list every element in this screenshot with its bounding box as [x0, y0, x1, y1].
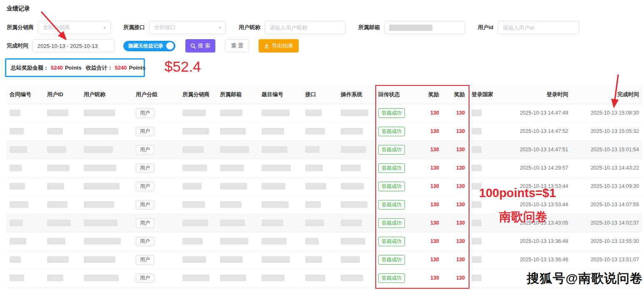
- column-header: 操作系统: [337, 85, 375, 104]
- status-badge: 答题成功: [378, 145, 405, 155]
- cell-login_time: [497, 269, 572, 287]
- status-badge: 答题成功: [378, 127, 405, 136]
- user-group-tag: 用户: [136, 218, 154, 228]
- redacted-block: [472, 183, 482, 190]
- cell-reward2: 130: [442, 140, 468, 159]
- redacted-block: [47, 128, 63, 135]
- cell-country: [468, 214, 497, 232]
- cell-status: 答题成功: [375, 177, 417, 195]
- cell-reward1: 130: [417, 177, 442, 195]
- cell-uid: [44, 214, 80, 232]
- cell-uid: [44, 140, 80, 159]
- redacted-block: [84, 256, 115, 263]
- hide-no-income-toggle[interactable]: 隐藏无收益记录: [123, 41, 175, 51]
- cell-country: [468, 159, 497, 177]
- cell-os: [337, 122, 375, 140]
- redacted-block: [47, 201, 67, 208]
- status-badge: 答题成功: [378, 200, 405, 210]
- redacted-block: [84, 201, 114, 208]
- cell-reward2: 130: [442, 195, 468, 214]
- cell-status: 答题成功: [375, 269, 417, 287]
- cell-group: 用户: [132, 159, 179, 177]
- cell-reward2: 130: [442, 122, 468, 140]
- api-select-value: 全部接口: [154, 24, 176, 31]
- cell-email: [217, 269, 258, 287]
- redacted-block: [182, 256, 206, 263]
- user-group-tag: 用户: [136, 273, 154, 283]
- api-select[interactable]: 全部接口 ▾: [149, 21, 226, 34]
- cell-login_time: 2025-10-13 14:47:51: [497, 140, 572, 159]
- cell-reward2: 130: [442, 269, 468, 287]
- cell-status: 答题成功: [375, 159, 417, 177]
- cell-uid: [44, 177, 80, 195]
- redacted-block: [220, 146, 249, 153]
- cell-nick: [80, 214, 132, 232]
- redacted-block: [262, 183, 285, 190]
- page-title: 业绩记录: [7, 5, 30, 12]
- redacted-block: [84, 165, 116, 171]
- cell-finish_time: 2025-10-13 14:07:55: [572, 195, 642, 214]
- reset-button[interactable]: 重 置: [225, 39, 250, 52]
- date-range-input[interactable]: [32, 39, 114, 52]
- cell-os: [337, 177, 375, 195]
- status-badge: 答题成功: [378, 108, 405, 118]
- cell-login_time: 2025-10-13 14:47:49: [497, 104, 572, 122]
- redacted-block: [305, 183, 326, 190]
- email-input[interactable]: [384, 21, 465, 34]
- redacted-block: [84, 238, 121, 245]
- cell-status: 答题成功: [375, 140, 417, 159]
- redacted-block: [305, 146, 320, 153]
- cell-nick: [80, 232, 132, 250]
- summary-income-value: 5240: [115, 65, 127, 71]
- redacted-block: [341, 238, 365, 245]
- redacted-block: [47, 165, 70, 171]
- user-id-input[interactable]: [498, 21, 579, 34]
- finish-time-label: 完成时间: [7, 42, 28, 50]
- cell-reward1: 130: [417, 122, 442, 140]
- usd-annotation: $52.4: [165, 58, 201, 75]
- column-header: 用户昵称: [80, 85, 132, 104]
- table-row: 用户答题成功1301302025-10-13 13:53:442025-10-1…: [6, 177, 642, 195]
- cell-email: [217, 122, 258, 140]
- cell-group: 用户: [132, 232, 179, 250]
- cell-group: 用户: [132, 250, 179, 269]
- toggle-label: 隐藏无收益记录: [128, 42, 163, 50]
- table-row: 用户答题成功1301302025-10-13 13:36:482025-10-1…: [6, 232, 642, 250]
- cell-reward1: 130: [417, 232, 442, 250]
- user-group-tag: 用户: [136, 127, 154, 136]
- redacted-block: [472, 110, 482, 116]
- redacted-block: [472, 275, 482, 281]
- cell-os: [337, 195, 375, 214]
- cell-finish_time: [572, 269, 642, 287]
- export-button[interactable]: 导出结果: [259, 39, 299, 52]
- redacted-block: [305, 128, 325, 135]
- cell-nick: [80, 122, 132, 140]
- distributor-select[interactable]: 全部分销商 ▾: [38, 21, 111, 34]
- cell-nick: [80, 269, 132, 287]
- redacted-block: [341, 165, 361, 171]
- redacted-block: [220, 183, 247, 190]
- cell-login_time: 2025-10-13 14:29:57: [497, 159, 572, 177]
- cell-qid: [258, 250, 302, 269]
- filter-row-1: 所属分销商 全部分销商 ▾ 所属接口 全部接口 ▾ 用户昵称 所属邮箱 用户id: [7, 21, 592, 34]
- cell-group: 用户: [132, 195, 179, 214]
- redacted-block: [262, 220, 283, 226]
- user-id-label: 用户id: [478, 24, 494, 31]
- cell-api: [302, 214, 337, 232]
- nickname-input[interactable]: [265, 21, 346, 34]
- search-icon: [190, 43, 196, 49]
- cell-finish_time: 2025-10-13 14:09:30: [572, 177, 642, 195]
- redacted-block: [10, 183, 25, 190]
- cell-email: [217, 177, 258, 195]
- cell-uid: [44, 159, 80, 177]
- cell-dist: [179, 195, 217, 214]
- cell-nick: [80, 195, 132, 214]
- cell-contract: [6, 269, 44, 287]
- status-badge: 答题成功: [378, 218, 405, 228]
- cell-finish_time: 2025-10-13 14:02:37: [572, 214, 642, 232]
- download-icon: [264, 43, 269, 48]
- cell-login_time: 2025-10-13 13:53:44: [497, 195, 572, 214]
- cell-country: [468, 104, 497, 122]
- cell-country: [468, 177, 497, 195]
- search-button[interactable]: 搜 索: [185, 39, 215, 52]
